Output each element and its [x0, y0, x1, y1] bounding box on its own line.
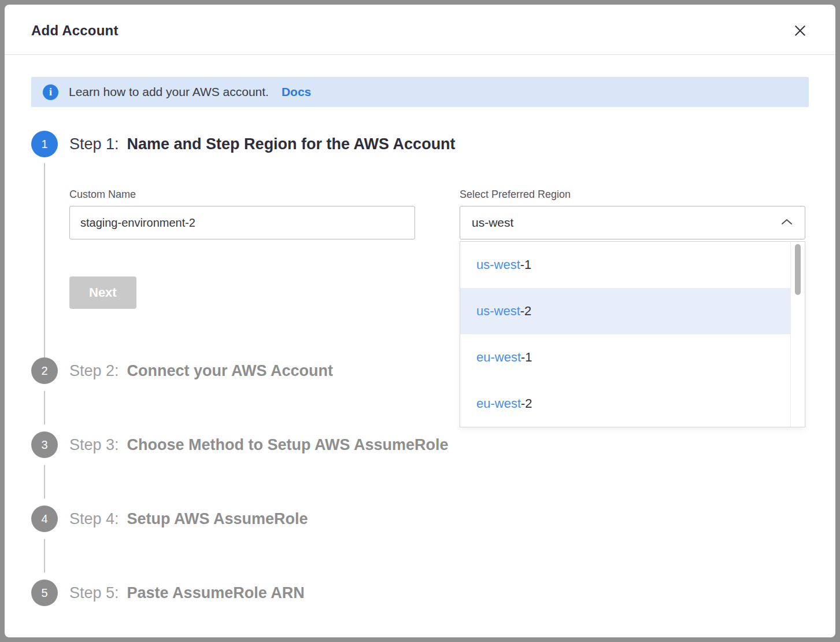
- step-connector: [44, 465, 45, 499]
- region-options-list: us-west-1 us-west-2 eu-west-1: [460, 242, 790, 427]
- step-2-rail: 2: [31, 357, 58, 384]
- info-icon: i: [43, 84, 58, 100]
- step-5-main: Step 5: Paste AssumeRole ARN: [58, 580, 809, 606]
- step-4-number-badge: 4: [31, 506, 58, 532]
- step-2-number-badge: 2: [31, 357, 58, 384]
- region-option[interactable]: eu-west-1: [460, 334, 790, 381]
- step-3-main: Step 3: Choose Method to Setup AWS Assum…: [58, 431, 809, 458]
- step-5-prefix: Step 5:: [69, 584, 119, 602]
- scrollbar-thumb[interactable]: [795, 244, 801, 295]
- region-option[interactable]: eu-west-2: [460, 381, 790, 427]
- step-3-title: Choose Method to Setup AWS AssumeRole: [127, 436, 449, 454]
- close-icon: [794, 30, 806, 39]
- step-4-main: Step 4: Setup AWS AssumeRole: [58, 506, 809, 532]
- step-4-heading[interactable]: Step 4: Setup AWS AssumeRole: [69, 506, 809, 532]
- step-5-rail: 5: [31, 580, 58, 606]
- step-connector: [44, 391, 45, 425]
- step-1-heading[interactable]: Step 1: Name and Step Region for the AWS…: [69, 131, 809, 157]
- add-account-modal: Add Account i Learn how to add your AWS …: [5, 5, 835, 637]
- modal-body: i Learn how to add your AWS account. Doc…: [5, 55, 835, 637]
- chevron-up-icon: [780, 217, 793, 228]
- region-dropdown: us-west-1 us-west-2 eu-west-1: [460, 241, 805, 427]
- step-1-section: 1 Step 1: Name and Step Region for the A…: [31, 131, 809, 357]
- modal-header: Add Account: [5, 5, 835, 55]
- region-option[interactable]: us-west-1: [460, 242, 790, 288]
- step-2-title: Connect your AWS Account: [127, 362, 334, 380]
- docs-link[interactable]: Docs: [282, 85, 311, 99]
- region-field-group: Select Preferred Region us-west: [460, 189, 805, 239]
- banner-text: Learn how to add your AWS account.: [69, 85, 269, 99]
- step-3-section: 3 Step 3: Choose Method to Setup AWS Ass…: [31, 431, 809, 458]
- custom-name-label: Custom Name: [69, 189, 415, 201]
- step-1-rail: 1: [31, 131, 58, 357]
- step-3-prefix: Step 3:: [69, 436, 119, 454]
- custom-name-input[interactable]: [69, 206, 415, 239]
- step-2-prefix: Step 2:: [69, 362, 119, 380]
- step-3-heading[interactable]: Step 3: Choose Method to Setup AWS Assum…: [69, 431, 809, 458]
- close-button[interactable]: [791, 22, 809, 39]
- step-1-form: Custom Name Select Preferred Region us-w…: [69, 189, 809, 239]
- dropdown-scrollbar[interactable]: [790, 242, 805, 427]
- step-4-rail: 4: [31, 506, 58, 532]
- step-4-section: 4 Step 4: Setup AWS AssumeRole: [31, 506, 809, 532]
- step-5-title: Paste AssumeRole ARN: [127, 584, 305, 602]
- region-select[interactable]: us-west: [460, 206, 805, 239]
- step-5-section: 5 Step 5: Paste AssumeRole ARN: [31, 580, 809, 606]
- step-5-number-badge: 5: [31, 580, 58, 606]
- step-4-prefix: Step 4:: [69, 510, 119, 528]
- step-3-number-badge: 3: [31, 431, 58, 458]
- region-option[interactable]: us-west-2: [460, 288, 790, 334]
- step-connector: [44, 163, 45, 357]
- step-3-rail: 3: [31, 431, 58, 458]
- modal-title: Add Account: [31, 23, 119, 39]
- region-label: Select Preferred Region: [460, 189, 805, 201]
- step-1-body: Custom Name Select Preferred Region us-w…: [69, 157, 809, 357]
- step-4-title: Setup AWS AssumeRole: [127, 510, 308, 528]
- step-1-number-badge: 1: [31, 131, 58, 157]
- next-button[interactable]: Next: [69, 276, 136, 309]
- custom-name-field-group: Custom Name: [69, 189, 415, 239]
- step-5-heading[interactable]: Step 5: Paste AssumeRole ARN: [69, 580, 809, 606]
- region-select-value: us-west: [472, 216, 513, 230]
- info-banner: i Learn how to add your AWS account. Doc…: [31, 77, 809, 107]
- step-1-title: Name and Step Region for the AWS Account: [127, 135, 456, 153]
- step-connector: [44, 539, 45, 573]
- step-1-main: Step 1: Name and Step Region for the AWS…: [58, 131, 809, 357]
- step-1-prefix: Step 1:: [69, 135, 119, 153]
